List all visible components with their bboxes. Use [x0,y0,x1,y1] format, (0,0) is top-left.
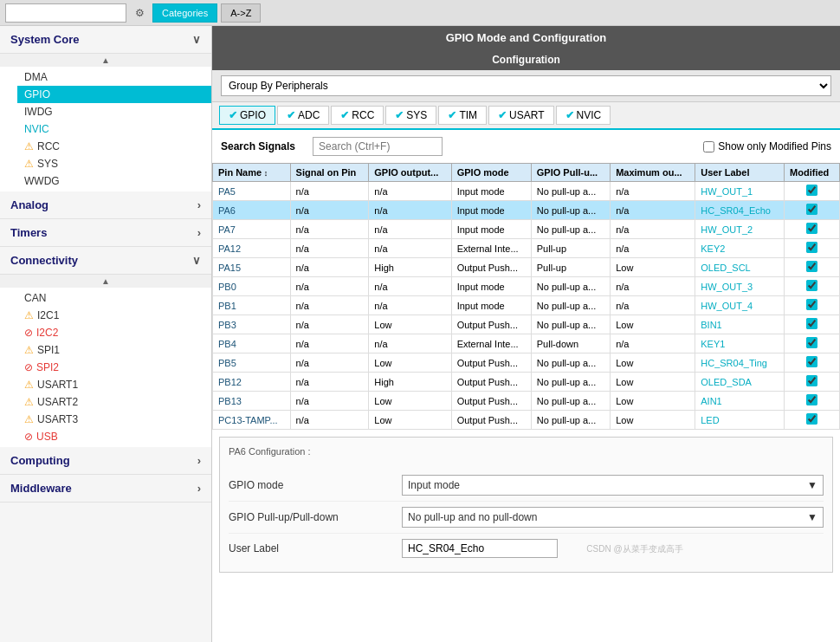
col-signal[interactable]: Signal on Pin [290,164,369,182]
modified-checkbox[interactable] [806,223,817,234]
middleware-header[interactable]: Middleware › [0,475,211,503]
sidebar-item-usart3[interactable]: ⚠ USART3 [17,411,211,428]
cell-max: Low [611,353,695,373]
tab-rcc[interactable]: ✔ RCC [331,106,384,125]
sidebar-item-usb[interactable]: ⊘ USB [17,428,211,445]
tab-adc[interactable]: ✔ ADC [277,106,329,125]
modified-checkbox[interactable] [806,375,817,386]
pin-table: Pin Name Signal on Pin GPIO output... GP… [212,163,840,430]
az-tab[interactable]: A->Z [221,3,261,23]
table-row[interactable]: PB12 n/a High Output Push... No pull-up … [213,373,840,392]
connectivity-header[interactable]: Connectivity ∨ [0,247,211,275]
modified-checkbox[interactable] [806,299,817,310]
gpio-pull-dropdown[interactable]: No pull-up and no pull-down ▼ [402,507,824,528]
cell-pin-name: PA12 [213,239,291,258]
sidebar-item-can[interactable]: CAN [17,289,211,307]
top-search-input[interactable] [5,3,126,23]
tab-gpio[interactable]: ✔ GPIO [219,106,275,125]
modified-checkbox[interactable] [806,413,817,425]
show-modified-checkbox[interactable] [703,141,714,152]
modified-checkbox[interactable] [806,185,817,196]
modified-checkbox[interactable] [806,394,817,405]
tab-nvic[interactable]: ✔ NVIC [556,106,611,125]
tab-usart[interactable]: ✔ USART [488,106,553,125]
modified-checkbox[interactable] [806,242,817,253]
sidebar-item-i2c2[interactable]: ⊘ I2C2 [17,324,211,341]
col-user-label[interactable]: User Label [695,164,785,182]
cell-modified [785,258,840,277]
modified-checkbox[interactable] [806,261,817,272]
sidebar-item-sys[interactable]: ⚠ SYS [17,155,211,172]
analog-header[interactable]: Analog › [0,191,211,219]
user-label-label: User Label [229,542,402,554]
sidebar-item-usart2[interactable]: ⚠ USART2 [17,393,211,411]
sidebar-item-iwdg[interactable]: IWDG [17,103,211,120]
signal-search-input[interactable] [313,137,443,156]
adc-tab-label: ADC [298,109,320,121]
table-row[interactable]: PB5 n/a Low Output Push... No pull-up a.… [213,353,840,373]
modified-checkbox[interactable] [806,204,817,215]
categories-tab[interactable]: Categories [152,3,217,23]
cell-max: n/a [611,182,695,201]
group-by-select[interactable]: Group By Peripherals [221,75,831,96]
sidebar-item-spi2[interactable]: ⊘ SPI2 [17,359,211,376]
table-row[interactable]: PB1 n/a n/a Input mode No pull-up a... n… [213,296,840,315]
watermark-text: CSDN @从菜手变成高手 [586,544,682,554]
gpio-mode-value: Input mode ▼ [402,475,824,496]
modified-checkbox[interactable] [806,280,817,291]
table-row[interactable]: PA15 n/a High Output Push... Pull-up Low… [213,258,840,277]
col-gpio-mode[interactable]: GPIO mode [451,164,531,182]
sidebar-item-usart1[interactable]: ⚠ USART1 [17,376,211,393]
table-row[interactable]: PB4 n/a n/a External Inte... Pull-down n… [213,334,840,353]
gpio-mode-dropdown[interactable]: Input mode ▼ [402,475,824,496]
table-row[interactable]: PA12 n/a n/a External Inte... Pull-up n/… [213,239,840,258]
cell-modified [785,373,840,392]
table-row[interactable]: PB3 n/a Low Output Push... No pull-up a.… [213,315,840,334]
user-label-input[interactable] [402,539,558,558]
cell-output: n/a [369,220,451,239]
table-row[interactable]: PC13-TAMP... n/a Low Output Push... No p… [213,411,840,430]
cell-mode: Output Push... [451,315,531,334]
cell-label: BIN1 [695,315,785,334]
gpio-pull-field: GPIO Pull-up/Pull-down No pull-up and no… [229,502,824,534]
cell-output: Low [369,315,451,334]
tab-row: ✔ GPIO ✔ ADC ✔ RCC ✔ SYS ✔ TIM [212,102,840,130]
modified-checkbox[interactable] [806,337,817,348]
cell-pull: No pull-up a... [531,411,610,430]
col-pin-name[interactable]: Pin Name [213,164,291,182]
col-max-output[interactable]: Maximum ou... [611,164,695,182]
tab-tim[interactable]: ✔ TIM [438,106,487,125]
sidebar-item-gpio[interactable]: GPIO [17,86,211,103]
table-row[interactable]: PB13 n/a Low Output Push... No pull-up a… [213,392,840,411]
cell-max: Low [611,392,695,411]
table-row[interactable]: PA7 n/a n/a Input mode No pull-up a... n… [213,220,840,239]
table-row[interactable]: PA6 n/a n/a Input mode No pull-up a... n… [213,201,840,220]
computing-header[interactable]: Computing › [0,447,211,475]
tab-sys[interactable]: ✔ SYS [385,106,436,125]
sidebar-item-dma[interactable]: DMA [17,68,211,86]
sidebar-item-wwdg[interactable]: WWDG [17,172,211,190]
col-gpio-pull[interactable]: GPIO Pull-u... [531,164,610,182]
sidebar-item-spi1[interactable]: ⚠ SPI1 [17,341,211,359]
sidebar-item-rcc[interactable]: ⚠ RCC [17,138,211,155]
connectivity-chevron: ∨ [192,254,201,267]
col-modified[interactable]: Modified [785,164,840,182]
gear-icon[interactable]: ⚙ [130,3,149,23]
cell-label: HW_OUT_1 [695,182,785,201]
connectivity-section: Connectivity ∨ ▲ CAN ⚠ I2C1 ⊘ I2C2 ⚠ SPI… [0,247,211,447]
timers-header[interactable]: Timers › [0,219,211,247]
cell-output: n/a [369,182,451,201]
cell-signal: n/a [290,277,369,296]
system-core-header[interactable]: System Core ∨ [0,26,211,54]
connectivity-collapse[interactable]: ▲ [0,275,211,288]
system-core-collapse[interactable]: ▲ [0,54,211,67]
sidebar-item-i2c1[interactable]: ⚠ I2C1 [17,307,211,324]
col-gpio-output[interactable]: GPIO output... [369,164,451,182]
table-row[interactable]: PB0 n/a n/a Input mode No pull-up a... n… [213,277,840,296]
modified-checkbox[interactable] [806,356,817,367]
sidebar-item-nvic[interactable]: NVIC [17,120,211,138]
cell-mode: Output Push... [451,353,531,373]
table-row[interactable]: PA5 n/a n/a Input mode No pull-up a... n… [213,182,840,201]
modified-checkbox[interactable] [806,318,817,329]
cell-mode: Input mode [451,201,531,220]
